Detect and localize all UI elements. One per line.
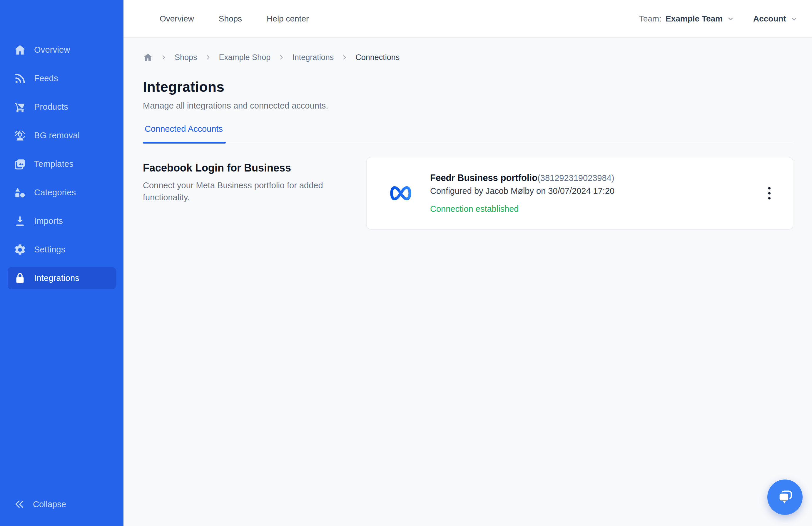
sidebar-item-overview[interactable]: Overview — [8, 39, 116, 61]
chat-bubbles-icon — [774, 487, 796, 508]
account-selector[interactable]: Account — [753, 14, 798, 24]
connection-title-row: Feedr Business portfolio(381292319023984… — [430, 173, 614, 183]
cart-icon — [14, 101, 27, 114]
sidebar-item-integrations[interactable]: Integrations — [8, 267, 116, 289]
sidebar-nav: Overview Feeds Products BG removal — [0, 39, 124, 289]
topbar-links: Overview Shops Help center — [160, 14, 309, 24]
sidebar-item-settings[interactable]: Settings — [8, 239, 116, 261]
chevron-right-icon — [278, 54, 285, 61]
connection-card: Feedr Business portfolio(381292319023984… — [366, 157, 793, 229]
sidebar-item-imports[interactable]: Imports — [8, 210, 116, 232]
breadcrumb-item-example-shop[interactable]: Example Shop — [219, 53, 271, 62]
home-icon — [14, 44, 27, 56]
integration-section-info: Facebook Login for Business Connect your… — [143, 157, 349, 229]
breadcrumb-item-integrations[interactable]: Integrations — [292, 53, 334, 62]
main-column: Overview Shops Help center Team: Example… — [124, 0, 812, 526]
sidebar-item-label: Products — [34, 102, 68, 112]
chevron-down-icon — [790, 15, 798, 23]
sidebar-item-label: BG removal — [34, 131, 80, 140]
sidebar-item-label: Settings — [34, 245, 65, 255]
sidebar-item-products[interactable]: Products — [8, 96, 116, 118]
meta-logo-icon — [388, 185, 413, 201]
topbar: Overview Shops Help center Team: Example… — [124, 0, 812, 38]
sidebar-collapse-button[interactable]: Collapse — [0, 495, 124, 513]
chat-widget-button[interactable] — [767, 480, 802, 515]
team-name: Example Team — [666, 14, 723, 24]
page-subtitle: Manage all integrations and connected ac… — [143, 101, 793, 111]
sidebar-spacer — [0, 289, 124, 495]
download-icon — [14, 215, 27, 228]
chevron-right-icon — [160, 54, 167, 61]
connection-card-text: Feedr Business portfolio(381292319023984… — [430, 173, 614, 214]
integration-section: Facebook Login for Business Connect your… — [143, 157, 793, 229]
topbar-right: Team: Example Team Account — [639, 14, 798, 24]
gear-icon — [14, 243, 27, 256]
tab-bar: Connected Accounts — [143, 124, 793, 143]
sidebar-item-categories[interactable]: Categories — [8, 182, 116, 203]
team-label: Team: — [639, 14, 662, 24]
content-area: Shops Example Shop Integrations Connecti… — [124, 38, 812, 526]
lock-icon — [14, 272, 27, 285]
connection-configured-by: Configured by Jacob Mølby on 30/07/2024 … — [430, 186, 614, 196]
categories-icon — [14, 186, 27, 199]
collapse-label: Collapse — [33, 499, 66, 509]
chevron-right-icon — [205, 54, 212, 61]
rss-icon — [14, 72, 27, 85]
chevron-right-icon — [341, 54, 348, 61]
templates-icon — [14, 158, 27, 171]
sidebar-item-feeds[interactable]: Feeds — [8, 67, 116, 89]
double-chevron-left-icon — [14, 498, 25, 510]
connection-name: Feedr Business portfolio — [430, 173, 537, 183]
tab-connected-accounts[interactable]: Connected Accounts — [143, 124, 226, 143]
sidebar-item-bg-removal[interactable]: BG removal — [8, 125, 116, 146]
integration-section-title: Facebook Login for Business — [143, 162, 349, 174]
sidebar-item-label: Categories — [34, 188, 76, 197]
kebab-dot — [768, 197, 771, 199]
chevron-down-icon — [727, 15, 735, 23]
breadcrumb-item-shops[interactable]: Shops — [175, 53, 197, 62]
sidebar-item-label: Overview — [34, 45, 70, 55]
sidebar-item-label: Feeds — [34, 73, 58, 83]
topnav-link-overview[interactable]: Overview — [160, 14, 194, 24]
sidebar-item-templates[interactable]: Templates — [8, 153, 116, 175]
home-icon[interactable] — [143, 52, 153, 62]
topnav-link-help-center[interactable]: Help center — [267, 14, 309, 24]
page-title: Integrations — [143, 79, 793, 95]
breadcrumb: Shops Example Shop Integrations Connecti… — [143, 52, 793, 62]
connection-account-id: (381292319023984) — [537, 173, 614, 183]
breadcrumb-item-connections: Connections — [356, 53, 400, 62]
topnav-link-shops[interactable]: Shops — [219, 14, 242, 24]
sidebar-item-label: Templates — [34, 159, 73, 169]
account-label: Account — [753, 14, 786, 24]
kebab-dot — [768, 187, 771, 189]
team-selector[interactable]: Team: Example Team — [639, 14, 735, 24]
connection-status: Connection established — [430, 204, 614, 214]
integration-section-description: Connect your Meta Business portfolio for… — [143, 180, 349, 203]
sidebar-item-label: Integrations — [34, 273, 79, 283]
bg-removal-icon — [14, 129, 27, 142]
kebab-dot — [768, 192, 771, 195]
connection-menu-button[interactable] — [764, 182, 775, 204]
sidebar-item-label: Imports — [34, 216, 63, 226]
sidebar: Overview Feeds Products BG removal — [0, 0, 124, 526]
